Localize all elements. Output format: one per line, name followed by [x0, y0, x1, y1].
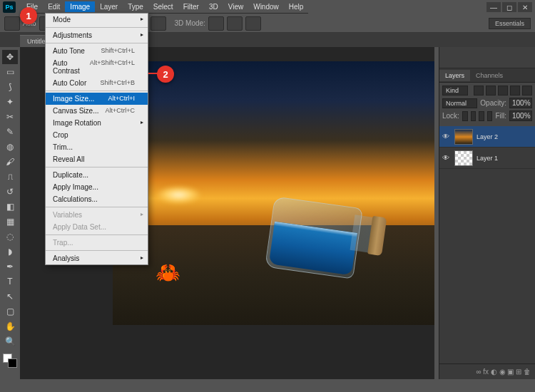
eyedropper-tool-icon[interactable]: ✎ [2, 125, 18, 139]
filter-icon[interactable] [486, 86, 496, 96]
callout-2: 2 [157, 66, 174, 83]
menu-window[interactable]: Window [248, 1, 284, 12]
artwork-image: 🦀 [113, 61, 434, 325]
layer-filter-select[interactable]: Kind [442, 86, 468, 96]
layer-footer-icons[interactable]: ∞ fx ◐ ◉ ▣ ⊞ 🗑 [476, 368, 531, 376]
menu-item-apply-data-set-: Apply Data Set... [46, 221, 148, 233]
menu-item-crop[interactable]: Crop [46, 129, 148, 141]
menu-item-image-rotation[interactable]: Image Rotation [46, 117, 148, 129]
menu-edit[interactable]: Edit [43, 1, 65, 12]
visibility-icon[interactable]: 👁 [442, 133, 451, 141]
menubar: FileEditImageLayerTypeSelectFilter3DView… [20, 1, 308, 14]
menu-item-variables: Variables [46, 209, 148, 221]
menu-item-auto-color[interactable]: Auto ColorShift+Ctrl+B [46, 77, 148, 89]
color-swatches[interactable] [3, 354, 17, 368]
layer-name: Layer 1 [477, 155, 498, 162]
right-panels: Layers Channels Kind Normal Opacity: 100… [439, 47, 535, 379]
menu-type[interactable]: Type [123, 1, 148, 12]
menu-item-trap-: Trap... [46, 237, 148, 249]
option-icon[interactable] [208, 16, 224, 31]
fill-value[interactable]: 100% [509, 110, 532, 121]
history-brush-icon[interactable]: ↺ [2, 185, 18, 199]
menu-layer[interactable]: Layer [95, 1, 123, 12]
lock-icon[interactable] [471, 111, 477, 121]
menu-select[interactable]: Select [148, 1, 178, 12]
layer-name: Layer 2 [477, 133, 498, 140]
menu-help[interactable]: Help [284, 1, 309, 12]
menu-view[interactable]: View [223, 1, 249, 12]
move-tool-icon[interactable]: ✥ [2, 50, 18, 64]
stamp-tool-icon[interactable]: ⎍ [2, 170, 18, 184]
maximize-button[interactable]: ◻ [502, 2, 516, 12]
wand-tool-icon[interactable]: ✦ [2, 95, 18, 109]
menu-item-adjustments[interactable]: Adjustments [46, 29, 148, 41]
menu-item-apply-image-[interactable]: Apply Image... [46, 181, 148, 193]
layer-list: 👁Layer 2👁Layer 1 [439, 126, 535, 363]
menu-item-analysis[interactable]: Analysis [46, 252, 148, 264]
menu-3d[interactable]: 3D [204, 1, 223, 12]
filter-icon[interactable] [522, 86, 532, 96]
3d-mode-label: 3D Mode: [175, 19, 205, 27]
menu-item-auto-contrast[interactable]: Auto ContrastAlt+Shift+Ctrl+L [46, 57, 148, 77]
opacity-value[interactable]: 100% [509, 98, 532, 108]
marquee-tool-icon[interactable]: ▭ [2, 65, 18, 79]
filter-icon[interactable] [474, 86, 484, 96]
layer-thumbnail [454, 150, 473, 166]
menu-item-trim-[interactable]: Trim... [46, 141, 148, 153]
healing-tool-icon[interactable]: ◍ [2, 140, 18, 154]
menu-image[interactable]: Image [65, 1, 95, 12]
tools-panel: ✥ ▭ ⟆ ✦ ✂ ✎ ◍ 🖌 ⎍ ↺ ◧ ▦ ◌ ◗ ✒ T ↖ ▢ ✋ 🔍 [0, 47, 20, 379]
type-tool-icon[interactable]: T [2, 274, 18, 289]
opacity-label: Opacity: [480, 99, 506, 107]
lock-icon[interactable] [487, 111, 493, 121]
lasso-tool-icon[interactable]: ⟆ [2, 80, 18, 94]
path-tool-icon[interactable]: ↖ [2, 289, 18, 304]
shape-tool-icon[interactable]: ▢ [2, 304, 18, 319]
menu-item-calculations-[interactable]: Calculations... [46, 193, 148, 205]
blend-mode-select[interactable]: Normal [442, 98, 477, 108]
pen-tool-icon[interactable]: ✒ [2, 259, 18, 274]
menu-item-reveal-all[interactable]: Reveal All [46, 153, 148, 165]
crop-tool-icon[interactable]: ✂ [2, 110, 18, 124]
layer-row[interactable]: 👁Layer 2 [439, 126, 535, 148]
menu-item-auto-tone[interactable]: Auto ToneShift+Ctrl+L [46, 45, 148, 57]
option-icon[interactable] [227, 16, 243, 31]
menu-item-duplicate-[interactable]: Duplicate... [46, 169, 148, 181]
workspace-switcher[interactable]: Essentials [489, 18, 531, 29]
menu-item-canvas-size-[interactable]: Canvas Size...Alt+Ctrl+C [46, 105, 148, 117]
minimize-button[interactable]: — [486, 2, 501, 12]
tab-channels[interactable]: Channels [470, 70, 509, 81]
zoom-tool-icon[interactable]: 🔍 [2, 334, 18, 349]
tab-layers[interactable]: Layers [439, 70, 470, 81]
lock-icon[interactable] [479, 111, 484, 121]
dodge-tool-icon[interactable]: ◗ [2, 244, 18, 259]
option-icon[interactable] [245, 16, 261, 31]
close-button[interactable]: ✕ [518, 2, 532, 12]
layer-footer: ∞ fx ◐ ◉ ▣ ⊞ 🗑 [439, 363, 535, 379]
layer-thumbnail [454, 129, 473, 145]
app-logo: Ps [3, 1, 16, 13]
lock-icon[interactable] [462, 111, 468, 121]
fill-label: Fill: [495, 112, 506, 120]
layer-row[interactable]: 👁Layer 1 [439, 148, 535, 169]
visibility-icon[interactable]: 👁 [442, 154, 451, 163]
menu-item-image-size-[interactable]: Image Size...Alt+Ctrl+I [46, 93, 148, 105]
callout-1: 1 [20, 7, 37, 24]
option-icon[interactable] [151, 16, 166, 31]
eraser-tool-icon[interactable]: ◧ [2, 200, 18, 214]
menu-filter[interactable]: Filter [178, 1, 204, 12]
collapsed-panel[interactable] [439, 47, 535, 68]
lock-label: Lock: [442, 112, 459, 120]
gradient-tool-icon[interactable]: ▦ [2, 215, 18, 229]
menu-item-mode[interactable]: Mode [46, 14, 148, 26]
image-menu-dropdown: ModeAdjustmentsAuto ToneShift+Ctrl+LAuto… [45, 13, 148, 265]
filter-icon[interactable] [498, 86, 508, 96]
blur-tool-icon[interactable]: ◌ [2, 229, 18, 244]
hand-tool-icon[interactable]: ✋ [2, 319, 18, 334]
tool-preset-icon[interactable] [4, 16, 20, 31]
brush-tool-icon[interactable]: 🖌 [2, 155, 18, 169]
filter-icon[interactable] [510, 86, 520, 96]
